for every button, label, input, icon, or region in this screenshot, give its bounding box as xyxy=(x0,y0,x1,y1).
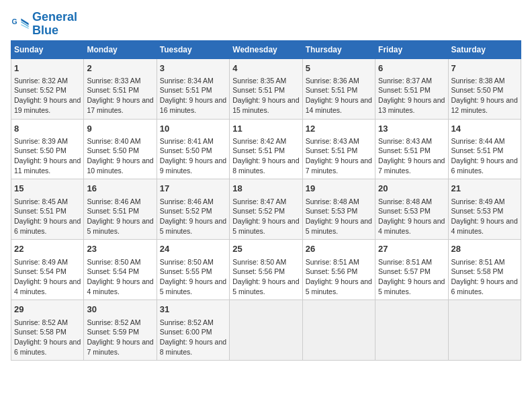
daylight: Daylight: 9 hours and 4 minutes. xyxy=(87,277,153,295)
sunrise: Sunrise: 8:48 AM xyxy=(378,197,432,205)
daylight: Daylight: 9 hours and 13 minutes. xyxy=(378,96,445,114)
calendar-cell: 2Sunrise: 8:33 AMSunset: 5:51 PMDaylight… xyxy=(84,58,157,119)
sunset: Sunset: 5:50 PM xyxy=(451,86,504,94)
calendar-cell: 25Sunrise: 8:50 AMSunset: 5:56 PMDayligh… xyxy=(230,240,302,300)
day-number: 9 xyxy=(87,123,153,135)
calendar-cell: 17Sunrise: 8:46 AMSunset: 5:52 PMDayligh… xyxy=(157,179,229,240)
calendar-cell xyxy=(448,300,521,361)
daylight: Daylight: 9 hours and 4 minutes. xyxy=(14,277,81,295)
svg-text:G: G xyxy=(11,17,17,26)
day-header-thursday: Thursday xyxy=(302,40,375,58)
calendar-cell: 9Sunrise: 8:40 AMSunset: 5:50 PMDaylight… xyxy=(84,119,157,179)
calendar-cell: 24Sunrise: 8:50 AMSunset: 5:55 PMDayligh… xyxy=(157,240,229,300)
daylight: Daylight: 9 hours and 14 minutes. xyxy=(306,96,372,114)
calendar-cell: 22Sunrise: 8:49 AMSunset: 5:54 PMDayligh… xyxy=(11,240,84,300)
daylight: Daylight: 9 hours and 5 minutes. xyxy=(306,217,372,235)
sunset: Sunset: 5:53 PM xyxy=(378,207,431,215)
daylight: Daylight: 9 hours and 16 minutes. xyxy=(160,96,226,114)
day-number: 15 xyxy=(14,183,81,195)
sunset: Sunset: 5:52 PM xyxy=(14,86,66,94)
sunrise: Sunrise: 8:51 AM xyxy=(451,258,505,266)
day-number: 20 xyxy=(378,183,445,195)
sunset: Sunset: 5:51 PM xyxy=(14,207,66,215)
sunset: Sunset: 5:51 PM xyxy=(378,86,431,94)
sunrise: Sunrise: 8:46 AM xyxy=(87,197,140,205)
sunrise: Sunrise: 8:39 AM xyxy=(14,137,68,145)
calendar-cell: 28Sunrise: 8:51 AMSunset: 5:58 PMDayligh… xyxy=(448,240,521,300)
logo: G General Blue xyxy=(11,11,77,38)
daylight: Daylight: 9 hours and 6 minutes. xyxy=(451,277,518,295)
daylight: Daylight: 9 hours and 5 minutes. xyxy=(160,217,226,235)
daylight: Daylight: 9 hours and 8 minutes. xyxy=(160,338,226,356)
daylight: Daylight: 9 hours and 5 minutes. xyxy=(87,217,153,235)
day-header-saturday: Saturday xyxy=(448,40,521,58)
daylight: Daylight: 9 hours and 5 minutes. xyxy=(160,277,226,295)
sunrise: Sunrise: 8:44 AM xyxy=(451,137,505,145)
sunset: Sunset: 5:52 PM xyxy=(232,207,285,215)
sunrise: Sunrise: 8:40 AM xyxy=(87,137,140,145)
sunset: Sunset: 5:51 PM xyxy=(87,86,139,94)
sunrise: Sunrise: 8:50 AM xyxy=(160,258,214,266)
daylight: Daylight: 9 hours and 5 minutes. xyxy=(306,277,372,295)
calendar-cell: 23Sunrise: 8:50 AMSunset: 5:54 PMDayligh… xyxy=(84,240,157,300)
sunset: Sunset: 5:56 PM xyxy=(306,267,358,275)
sunset: Sunset: 5:53 PM xyxy=(451,207,504,215)
calendar-cell: 8Sunrise: 8:39 AMSunset: 5:50 PMDaylight… xyxy=(11,119,84,179)
sunrise: Sunrise: 8:51 AM xyxy=(378,258,432,266)
calendar-cell: 21Sunrise: 8:49 AMSunset: 5:53 PMDayligh… xyxy=(448,179,521,240)
logo-text: General xyxy=(32,11,77,24)
calendar-cell: 31Sunrise: 8:52 AMSunset: 6:00 PMDayligh… xyxy=(157,300,229,361)
day-number: 10 xyxy=(160,123,226,135)
daylight: Daylight: 9 hours and 6 minutes. xyxy=(14,338,81,356)
day-number: 5 xyxy=(306,62,372,75)
calendar-cell: 30Sunrise: 8:52 AMSunset: 5:59 PMDayligh… xyxy=(84,300,157,361)
calendar-cell xyxy=(230,300,302,361)
sunset: Sunset: 5:52 PM xyxy=(160,207,212,215)
calendar-cell: 6Sunrise: 8:37 AMSunset: 5:51 PMDaylight… xyxy=(375,58,448,119)
daylight: Daylight: 9 hours and 9 minutes. xyxy=(160,156,226,175)
sunrise: Sunrise: 8:52 AM xyxy=(87,318,140,326)
sunrise: Sunrise: 8:41 AM xyxy=(160,137,214,145)
sunrise: Sunrise: 8:51 AM xyxy=(306,258,359,266)
sunset: Sunset: 5:51 PM xyxy=(306,86,358,94)
day-number: 26 xyxy=(306,243,372,255)
calendar-cell: 27Sunrise: 8:51 AMSunset: 5:57 PMDayligh… xyxy=(375,240,448,300)
daylight: Daylight: 9 hours and 5 minutes. xyxy=(232,217,299,235)
calendar-cell: 14Sunrise: 8:44 AMSunset: 5:51 PMDayligh… xyxy=(448,119,521,179)
calendar-cell: 3Sunrise: 8:34 AMSunset: 5:51 PMDaylight… xyxy=(157,58,229,119)
sunset: Sunset: 5:58 PM xyxy=(451,267,504,275)
day-number: 27 xyxy=(378,243,445,255)
day-number: 1 xyxy=(14,62,81,75)
day-number: 16 xyxy=(87,183,153,195)
day-number: 28 xyxy=(451,243,518,255)
page-header: G General Blue xyxy=(11,11,521,38)
logo-text2: Blue xyxy=(32,24,77,38)
sunrise: Sunrise: 8:43 AM xyxy=(306,137,359,145)
sunrise: Sunrise: 8:52 AM xyxy=(160,318,214,326)
daylight: Daylight: 9 hours and 11 minutes. xyxy=(14,156,81,175)
sunrise: Sunrise: 8:50 AM xyxy=(87,258,140,266)
sunset: Sunset: 5:56 PM xyxy=(232,267,285,275)
day-number: 24 xyxy=(160,243,226,255)
calendar-cell: 7Sunrise: 8:38 AMSunset: 5:50 PMDaylight… xyxy=(448,58,521,119)
sunrise: Sunrise: 8:49 AM xyxy=(451,197,505,205)
day-number: 3 xyxy=(160,62,226,75)
sunrise: Sunrise: 8:35 AM xyxy=(232,77,286,85)
day-number: 23 xyxy=(87,243,153,255)
day-number: 25 xyxy=(232,243,299,255)
day-number: 8 xyxy=(14,123,81,135)
sunset: Sunset: 5:59 PM xyxy=(87,328,139,336)
day-header-monday: Monday xyxy=(84,40,157,58)
daylight: Daylight: 9 hours and 19 minutes. xyxy=(14,96,81,114)
sunset: Sunset: 5:51 PM xyxy=(232,146,285,154)
day-number: 22 xyxy=(14,243,81,255)
sunset: Sunset: 5:50 PM xyxy=(87,146,139,154)
svg-marker-3 xyxy=(21,24,28,29)
sunrise: Sunrise: 8:49 AM xyxy=(14,258,68,266)
sunset: Sunset: 5:54 PM xyxy=(87,267,139,275)
sunset: Sunset: 5:54 PM xyxy=(14,267,66,275)
daylight: Daylight: 9 hours and 4 minutes. xyxy=(378,217,445,235)
daylight: Daylight: 9 hours and 5 minutes. xyxy=(378,277,445,295)
sunrise: Sunrise: 8:38 AM xyxy=(451,77,505,85)
day-header-tuesday: Tuesday xyxy=(157,40,229,58)
